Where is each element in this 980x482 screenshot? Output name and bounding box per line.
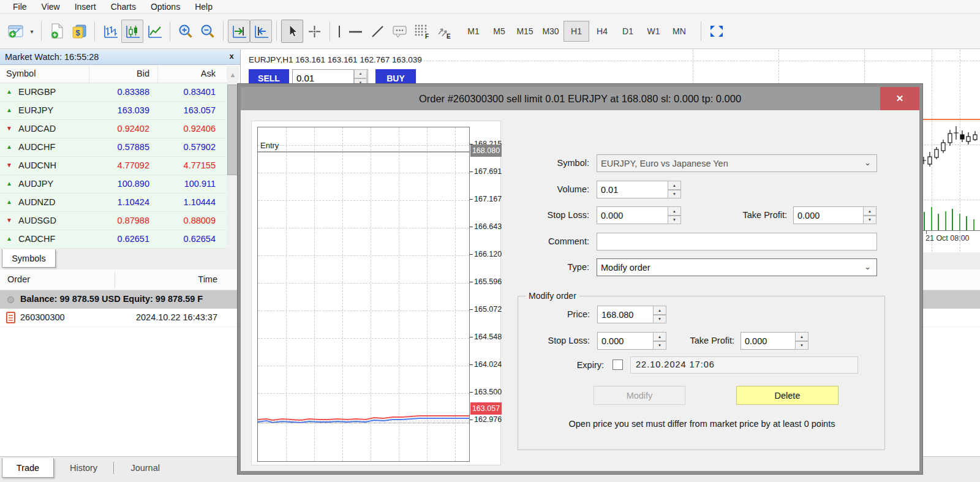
vertical-line-icon[interactable] [334, 20, 344, 43]
spinner-up-icon[interactable]: ▲ [354, 69, 367, 78]
menu-item-options[interactable]: Options [144, 1, 187, 12]
tab-history[interactable]: History [61, 458, 106, 478]
delete-button[interactable]: Delete [736, 386, 839, 405]
column-bid[interactable]: Bid [137, 69, 149, 78]
volume-bar [931, 207, 932, 230]
volume-field[interactable] [597, 181, 668, 198]
modify-button[interactable]: Modify [594, 386, 685, 405]
spinner-down-icon[interactable]: ▼ [863, 216, 876, 225]
dialog-titlebar[interactable]: Order #260300300 sell limit 0.01 EURJPY … [241, 87, 919, 110]
menu-item-charts[interactable]: Charts [104, 1, 143, 12]
volume-stepper[interactable]: ▲▼ [668, 181, 681, 198]
expiry-datetime-field[interactable]: 22.10.2024 17:06 [630, 356, 858, 374]
scroll-up-icon[interactable]: ▲ [227, 67, 239, 82]
column-time[interactable]: Time [184, 274, 217, 284]
timeframe-mn[interactable]: MN [666, 21, 692, 42]
toolbar-separator [330, 21, 330, 41]
spinner-up-icon[interactable]: ▲ [653, 332, 666, 341]
fibonacci-grid-icon[interactable]: F [410, 20, 432, 43]
spinner-down-icon[interactable]: ▼ [795, 341, 809, 350]
market-watch-row-cadchf[interactable]: ▲CADCHF0.626510.62654 [0, 230, 240, 249]
stop-loss-stepper[interactable]: ▲▼ [668, 206, 681, 224]
line-chart-icon[interactable] [143, 20, 165, 43]
tab-trade[interactable]: Trade [2, 458, 54, 478]
expiry-checkbox[interactable] [612, 360, 623, 370]
toolbar-separator [276, 21, 277, 41]
column-order[interactable]: Order [7, 274, 30, 284]
timeframe-h4[interactable]: H4 [589, 21, 615, 42]
market-watch-row-audcnh[interactable]: ▼AUDCNH4.770924.77155 [0, 157, 240, 175]
candlestick-chart-icon[interactable] [121, 20, 143, 43]
stop-loss-label: Stop Loss: [516, 210, 589, 220]
zoom-out-icon[interactable] [197, 20, 219, 43]
tab-journal[interactable]: Journal [122, 458, 168, 478]
menu-item-view[interactable]: View [35, 1, 67, 12]
zoom-in-icon[interactable] [175, 20, 197, 43]
take-profit-stepper[interactable]: ▲▼ [795, 332, 809, 350]
menu-item-file[interactable]: File [6, 1, 34, 12]
market-watch-row-audjpy[interactable]: ▲AUDJPY100.890100.911 [0, 175, 240, 194]
x-axis-label: 21 Oct 08:00 [925, 234, 970, 243]
timeframe-m30[interactable]: M30 [538, 21, 564, 42]
crosshair-icon[interactable] [303, 20, 325, 43]
auto-scroll-icon[interactable] [250, 20, 272, 43]
take-profit-stepper[interactable]: ▲▼ [863, 206, 876, 224]
spinner-down-icon[interactable]: ▼ [668, 190, 681, 199]
market-watch-scrollbar[interactable]: ▲ ▼ [227, 66, 239, 265]
spinner-up-icon[interactable]: ▲ [863, 206, 876, 216]
timeframe-w1[interactable]: W1 [641, 21, 666, 42]
trend-line-icon[interactable] [366, 20, 388, 43]
fullscreen-icon[interactable] [706, 20, 728, 43]
timeframe-d1[interactable]: D1 [615, 21, 641, 42]
symbol-select[interactable] [597, 154, 877, 172]
order-time: 2024.10.22 16:43:37 [110, 312, 217, 322]
timeframe-h1[interactable]: H1 [564, 21, 589, 42]
horizontal-line-icon[interactable] [344, 20, 366, 43]
new-chart-icon[interactable] [5, 20, 27, 43]
timeframe-m15[interactable]: M15 [512, 21, 538, 42]
take-profit-field[interactable] [793, 206, 864, 224]
market-watch-row-eurgbp[interactable]: ▲EURGBP0.833880.83401 [0, 83, 240, 102]
shift-chart-end-icon[interactable] [228, 20, 250, 43]
menu-item-insert[interactable]: Insert [68, 1, 103, 12]
new-chart-dropdown-icon[interactable]: ▾ [27, 20, 37, 43]
timeframe-m1[interactable]: M1 [461, 21, 486, 42]
stop-loss-stepper[interactable]: ▲▼ [653, 332, 666, 350]
column-ask[interactable]: Ask [201, 69, 216, 78]
spinner-up-icon[interactable]: ▲ [668, 181, 681, 190]
volume-bar [924, 212, 925, 230]
price-stepper[interactable]: ▲▼ [653, 306, 666, 323]
spinner-up-icon[interactable]: ▲ [653, 306, 666, 315]
market-watch-row-audnzd[interactable]: ▲AUDNZD1.104241.10444 [0, 194, 240, 212]
timeframe-m5[interactable]: M5 [486, 21, 512, 42]
stop-loss-field[interactable] [597, 332, 654, 350]
take-profit-field[interactable] [741, 332, 796, 350]
text-label-icon[interactable] [388, 20, 410, 43]
spinner-up-icon[interactable]: ▲ [668, 206, 681, 216]
bar-chart-icon[interactable] [99, 20, 121, 43]
comment-field[interactable] [597, 233, 877, 250]
dialog-close-button[interactable]: ✕ [880, 87, 919, 110]
column-symbol[interactable]: Symbol [6, 69, 36, 78]
expert-advisors-icon[interactable]: E [432, 20, 454, 43]
spinner-down-icon[interactable]: ▼ [668, 216, 681, 225]
spinner-up-icon[interactable]: ▲ [795, 332, 809, 341]
tab-symbols[interactable]: Symbols [2, 249, 56, 268]
market-watch-row-audchf[interactable]: ▲AUDCHF0.578850.57902 [0, 138, 240, 157]
profiles-icon[interactable]: $ [68, 20, 90, 43]
market-watch-row-audsgd[interactable]: ▼AUDSGD0.879880.88009 [0, 212, 240, 230]
menu-item-help[interactable]: Help [188, 1, 219, 12]
cursor-icon[interactable] [281, 20, 303, 43]
type-select[interactable] [597, 258, 877, 276]
scrollbar-thumb[interactable] [227, 85, 238, 175]
spinner-down-icon[interactable]: ▼ [653, 341, 666, 350]
ask-price: 163.057 [184, 105, 216, 115]
stop-loss-field[interactable] [597, 206, 668, 224]
market-watch-row-audcad[interactable]: ▼AUDCAD0.924020.92406 [0, 120, 240, 138]
market-watch-row-eurjpy[interactable]: ▲EURJPY163.039163.057 [0, 102, 240, 120]
new-order-icon[interactable] [46, 20, 68, 43]
spinner-down-icon[interactable]: ▼ [653, 315, 666, 324]
market-watch-close-icon[interactable]: x [227, 51, 236, 61]
price-field[interactable] [597, 306, 654, 323]
toolbar-separator [94, 21, 95, 41]
